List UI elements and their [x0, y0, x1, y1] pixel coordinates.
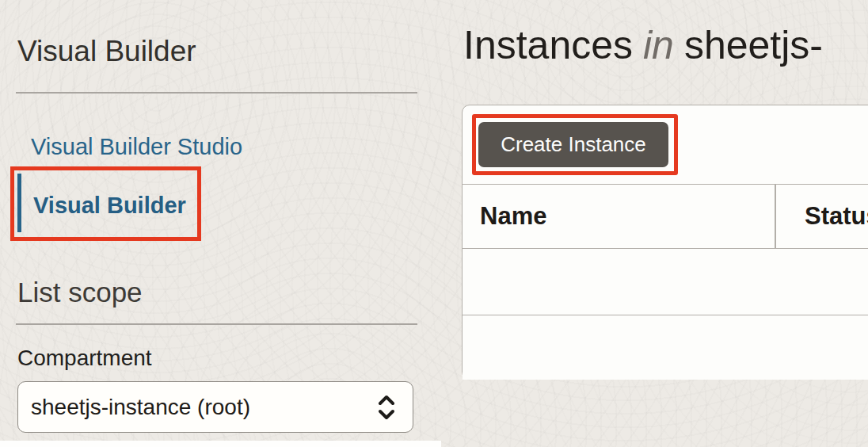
select-chevrons-icon	[378, 395, 395, 420]
instances-panel: Create Instance Name Status	[462, 105, 868, 380]
sidebar-title: Visual Builder	[17, 35, 196, 68]
list-scope-heading: List scope	[17, 277, 143, 308]
selected-item-indicator-bar	[17, 174, 21, 232]
table-header-row: Name Status	[463, 184, 868, 249]
table-row	[463, 315, 868, 380]
column-divider	[775, 185, 776, 248]
bottom-white-strip	[0, 441, 441, 447]
compartment-label: Compartment	[17, 346, 152, 371]
compartment-select[interactable]: sheetjs-instance (root)	[17, 381, 413, 433]
create-instance-button[interactable]: Create Instance	[478, 122, 668, 167]
sidebar-item-visual-builder-studio[interactable]: Visual Builder Studio	[31, 134, 242, 160]
page-title-compartment-name: sheetjs-	[684, 21, 823, 69]
compartment-select-value: sheetjs-instance (root)	[31, 395, 378, 420]
column-header-status: Status	[805, 185, 868, 248]
sidebar-divider	[16, 92, 417, 94]
page-title: Instances in sheetjs-	[463, 21, 823, 69]
page-title-instances: Instances	[463, 21, 633, 69]
oci-console-screen: Visual Builder Visual Builder Studio Vis…	[0, 0, 868, 447]
table-row	[463, 249, 868, 315]
page-title-in: in	[643, 21, 674, 69]
column-header-name: Name	[480, 185, 546, 248]
sidebar-item-visual-builder[interactable]: Visual Builder	[33, 193, 186, 219]
list-scope-divider	[16, 323, 417, 325]
